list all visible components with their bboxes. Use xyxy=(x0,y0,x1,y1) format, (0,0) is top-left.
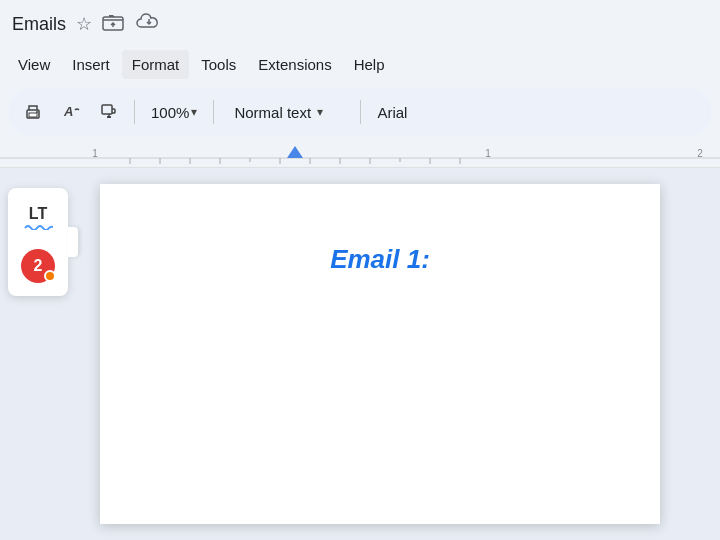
toolbar-divider-3 xyxy=(360,100,361,124)
menu-tools[interactable]: Tools xyxy=(191,50,246,79)
spellcheck-button[interactable]: A xyxy=(54,95,88,129)
svg-point-3 xyxy=(36,111,38,113)
toolbar-divider-2 xyxy=(213,100,214,124)
menu-extensions[interactable]: Extensions xyxy=(248,50,341,79)
paint-format-button[interactable] xyxy=(92,95,126,129)
menu-format[interactable]: Format xyxy=(122,50,190,79)
print-button[interactable] xyxy=(16,95,50,129)
folder-upload-icon[interactable] xyxy=(102,13,124,36)
text-style-dropdown-arrow: ▾ xyxy=(317,105,323,119)
zoom-dropdown-arrow: ▾ xyxy=(191,105,197,119)
document-page[interactable]: Email 1: xyxy=(100,184,660,524)
svg-text:A: A xyxy=(63,104,73,119)
lt-waves-icon xyxy=(23,222,53,230)
sidebar-tab[interactable] xyxy=(68,227,78,257)
text-style-selector[interactable]: Normal text ▾ xyxy=(222,100,352,125)
toolbar: A 100% ▾ Normal text ▾ Arial xyxy=(8,88,712,136)
svg-text:1: 1 xyxy=(92,148,98,159)
notification-dot xyxy=(44,270,56,282)
document-title: Emails xyxy=(12,14,66,35)
text-style-value: Normal text xyxy=(234,104,311,121)
menu-help[interactable]: Help xyxy=(344,50,395,79)
zoom-value: 100% xyxy=(151,104,189,121)
lt-plugin-button[interactable]: LT xyxy=(16,196,60,240)
star-icon[interactable]: ☆ xyxy=(76,13,92,35)
svg-marker-23 xyxy=(287,146,303,158)
cloud-icon[interactable] xyxy=(134,13,160,36)
sidebar-left: LT 2 xyxy=(8,188,68,296)
document-area: LT 2 Email 1: xyxy=(0,168,720,540)
menu-view[interactable]: View xyxy=(8,50,60,79)
toolbar-divider-1 xyxy=(134,100,135,124)
svg-text:1: 1 xyxy=(485,148,491,159)
notification-button[interactable]: 2 xyxy=(16,244,60,288)
ruler: 1 1 2 xyxy=(0,140,720,168)
lt-label: LT xyxy=(29,206,47,222)
font-name-selector[interactable]: Arial xyxy=(369,100,415,125)
svg-rect-2 xyxy=(29,113,37,117)
menu-insert[interactable]: Insert xyxy=(62,50,120,79)
svg-rect-5 xyxy=(102,105,112,114)
menu-bar: View Insert Format Tools Extensions Help xyxy=(0,44,720,84)
email-title: Email 1: xyxy=(160,244,600,275)
svg-text:2: 2 xyxy=(697,148,703,159)
sidebar-panel: LT 2 xyxy=(8,188,68,296)
zoom-selector[interactable]: 100% ▾ xyxy=(143,100,205,125)
title-bar: Emails ☆ xyxy=(0,0,720,44)
svg-rect-6 xyxy=(107,116,111,118)
